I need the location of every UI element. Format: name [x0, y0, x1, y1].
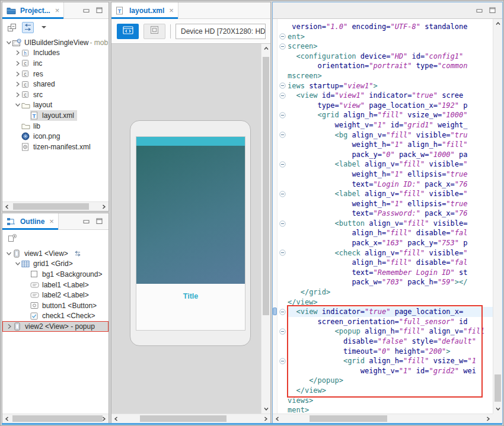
scroll-left-icon[interactable] — [273, 414, 282, 424]
xml-code-area[interactable]: version="1.0" encoding="UTF-8" standalon… — [273, 19, 493, 414]
link-with-editor-icon[interactable] — [22, 22, 34, 33]
expander-closed-icon[interactable] — [14, 50, 21, 56]
code-line[interactable]: screen_orientation="full_sensor" id — [288, 317, 493, 327]
scroll-left-icon[interactable] — [2, 202, 12, 212]
maximize-icon[interactable] — [96, 216, 103, 227]
minimize-icon[interactable] — [476, 5, 483, 16]
scroll-down-icon[interactable] — [493, 404, 503, 414]
scroll-right-icon[interactable] — [483, 414, 493, 424]
fold-collapse-icon[interactable] — [278, 110, 286, 120]
project-hscrollbar[interactable] — [2, 201, 109, 211]
scroll-left-icon[interactable] — [111, 414, 121, 424]
project-item-layout[interactable]: layout — [2, 100, 109, 111]
code-line[interactable]: <view id="view1" indicator="true" scree — [288, 91, 493, 101]
code-line[interactable]: pack_w="703" pack_h="59"></ — [288, 277, 493, 287]
scroll-up-icon[interactable] — [493, 19, 503, 28]
code-line[interactable]: align_h="fill" disable="fal — [288, 228, 493, 238]
code-line[interactable]: timeout="0" height="200"> — [288, 347, 493, 357]
tab-layout-xml[interactable]: T layout.xml × — [111, 2, 178, 18]
code-line[interactable]: </view> — [288, 386, 493, 396]
code-line[interactable]: <grid align_h="fill" vsize_w="1 — [288, 356, 493, 366]
code-line[interactable]: text="Login ID:" pack_x="76 — [288, 180, 493, 190]
code-line[interactable]: iews startup="view1"> — [288, 81, 493, 91]
code-line[interactable]: <popup align_h="fill" align_v="fill — [288, 326, 493, 337]
close-icon[interactable]: × — [49, 217, 54, 225]
project-item-src[interactable]: csrc — [2, 89, 109, 100]
fold-collapse-icon[interactable] — [278, 81, 286, 91]
project-item-shared[interactable]: cshared — [2, 79, 109, 89]
code-line[interactable]: weight_v="1" id="grid2" wei — [288, 366, 493, 376]
scroll-down-icon[interactable] — [261, 404, 270, 414]
add-page-icon[interactable] — [6, 233, 18, 244]
scrollbar-thumb[interactable] — [12, 415, 103, 422]
design-only-view-button[interactable] — [143, 24, 165, 39]
scrollbar-thumb[interactable] — [310, 415, 387, 422]
fold-collapse-icon[interactable] — [278, 307, 286, 317]
code-line[interactable]: ent> — [288, 32, 493, 42]
maximize-icon[interactable] — [489, 5, 496, 16]
fold-collapse-icon[interactable] — [278, 326, 286, 337]
project-item-tizen-manifest.xml[interactable]: tizen-manifest.xml — [2, 142, 109, 152]
outline-item-grid1[interactable]: grid1 <Grid> — [2, 259, 109, 270]
code-line[interactable]: <grid align_h="fill" vsize_w="1000" — [288, 110, 493, 120]
close-icon[interactable]: × — [55, 7, 60, 14]
fold-collapse-icon[interactable] — [278, 356, 286, 366]
code-lines[interactable]: version="1.0" encoding="UTF-8" standalon… — [286, 19, 493, 414]
scroll-left-icon[interactable] — [2, 414, 12, 424]
expander-closed-icon[interactable] — [14, 92, 21, 98]
close-icon[interactable]: × — [169, 7, 174, 14]
fold-collapse-icon[interactable] — [278, 41, 286, 52]
expander-open-icon[interactable] — [14, 261, 21, 266]
code-line[interactable]: <button align_v="fill" visible= — [288, 219, 493, 229]
code-line[interactable]: version="1.0" encoding="UTF-8" standalon… — [288, 22, 493, 32]
scrollbar-thumb[interactable] — [263, 57, 269, 315]
outline-item-bg1[interactable]: bg1 <Background> — [2, 269, 109, 280]
code-line[interactable]: pack_x="163" pack_y="753" p — [288, 238, 493, 248]
code-line[interactable]: weight_v="1" id="grid1" weight_ — [288, 120, 493, 130]
code-line[interactable]: ment> — [288, 405, 493, 414]
outline-item-view1[interactable]: view1 <View> — [2, 248, 109, 259]
scroll-right-icon[interactable] — [261, 414, 270, 424]
expander-open-icon[interactable] — [5, 40, 12, 45]
code-line[interactable]: pack_y="0" pack_w="1000" pa — [288, 150, 493, 160]
view-menu-caret-icon[interactable] — [38, 22, 50, 33]
code-line[interactable]: orientation="portrait" type="common — [288, 61, 493, 71]
device-preview-screen[interactable]: Title — [136, 136, 245, 331]
fold-collapse-icon[interactable] — [278, 32, 286, 42]
code-line[interactable]: </grid> — [288, 287, 493, 297]
outline-item-label2[interactable]: label2 <Label> — [2, 290, 109, 300]
expander-open-icon[interactable] — [14, 103, 21, 107]
project-item-lib[interactable]: lib — [2, 121, 109, 132]
code-line[interactable]: screen> — [288, 41, 493, 52]
project-item-icon.png[interactable]: icon.png — [2, 131, 109, 142]
fold-collapse-icon[interactable] — [278, 130, 286, 140]
code-line[interactable]: align_h="fill" disable="fal — [288, 258, 493, 268]
code-line[interactable]: <view indicator="true" page_location_x= — [288, 307, 493, 317]
design-source-view-button[interactable] — [117, 24, 139, 39]
expander-closed-icon[interactable] — [14, 81, 21, 87]
fold-collapse-icon[interactable] — [278, 91, 286, 101]
project-item-includes[interactable]: hIncludes — [2, 48, 109, 59]
code-line[interactable]: </view> — [288, 297, 493, 308]
outline-item-button1[interactable]: button1 <Button> — [2, 300, 109, 311]
maximize-icon[interactable] — [96, 5, 103, 16]
code-line[interactable]: weight_h="1" ellipsis="true — [288, 169, 493, 180]
code-line[interactable]: disable="false" style="default" — [288, 337, 493, 347]
preview-statusbar[interactable] — [136, 137, 245, 146]
design-canvas[interactable]: Title — [111, 44, 270, 414]
code-line[interactable]: weight_h="1" ellipsis="true — [288, 199, 493, 209]
project-item-inc[interactable]: cinc — [2, 58, 109, 69]
code-line[interactable]: text="Password:" pack_x="76 — [288, 209, 493, 219]
outline-item-view2[interactable]: view2 <View> - popup — [2, 321, 109, 332]
code-line[interactable]: <check align_v="fill" visible=" — [288, 248, 493, 258]
expander-closed-icon[interactable] — [14, 71, 21, 77]
project-item-layout.xml[interactable]: Tlayout.xml — [2, 110, 109, 121]
code-line[interactable]: views> — [288, 396, 493, 406]
fold-collapse-icon[interactable] — [278, 159, 286, 169]
project-item-res[interactable]: cres — [2, 69, 109, 79]
fold-collapse-icon[interactable] — [278, 219, 286, 229]
code-line[interactable]: <label align_v="fill" visible=" — [288, 159, 493, 169]
code-line[interactable]: <label align_v="fill" visible=" — [288, 189, 493, 199]
code-line[interactable]: type="view" page_location_x="192" p — [288, 101, 493, 111]
fold-collapse-icon[interactable] — [278, 189, 286, 199]
